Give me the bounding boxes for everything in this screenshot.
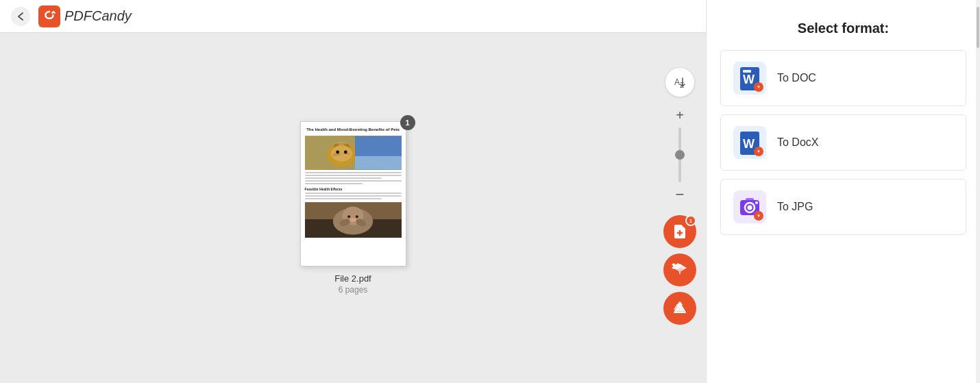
document-preview[interactable]: 1 The Health and Mood-Boosting Benefits … bbox=[300, 121, 406, 295]
svg-point-9 bbox=[330, 145, 352, 161]
add-file-button[interactable]: 1 bbox=[663, 215, 696, 248]
svg-point-11 bbox=[343, 150, 347, 153]
svg-text:W: W bbox=[743, 73, 755, 86]
action-buttons: 1 bbox=[663, 215, 696, 325]
zoom-slider[interactable] bbox=[678, 127, 681, 182]
svg-text:A: A bbox=[674, 77, 680, 87]
doc-text-lines-2 bbox=[305, 193, 402, 199]
svg-point-40 bbox=[755, 201, 758, 204]
logo-text: PDFCandy bbox=[64, 8, 132, 24]
jpg-icon-wrap bbox=[733, 190, 766, 223]
scrollbar-track[interactable] bbox=[976, 0, 980, 383]
right-panel: Select format: W To DOC W To DocX bbox=[706, 0, 980, 383]
docx-download-arrow bbox=[754, 147, 763, 156]
doc-text-lines bbox=[305, 172, 402, 184]
logo-icon bbox=[38, 5, 60, 27]
doc-label: To DOC bbox=[777, 72, 816, 84]
right-toolbar: A Z + − bbox=[663, 67, 696, 325]
doc-icon-wrap: W bbox=[733, 62, 766, 95]
docx-icon-wrap: W bbox=[733, 126, 766, 159]
cat-image bbox=[305, 136, 402, 170]
doc-subtitle: Feasible Health Effects bbox=[305, 187, 402, 191]
svg-point-25 bbox=[350, 218, 356, 222]
dropbox-button[interactable] bbox=[663, 254, 696, 286]
svg-text:W: W bbox=[743, 137, 755, 151]
svg-point-23 bbox=[347, 215, 350, 218]
format-option-jpg[interactable]: To JPG bbox=[720, 179, 966, 235]
content-area: 1 The Health and Mood-Boosting Benefits … bbox=[0, 33, 706, 383]
format-option-docx[interactable]: W To DocX bbox=[720, 114, 966, 171]
notification-badge: 1 bbox=[685, 215, 696, 226]
header: PDFCandy bbox=[0, 0, 706, 33]
zoom-control: + − bbox=[670, 106, 689, 204]
gdrive-button[interactable] bbox=[663, 292, 696, 325]
zoom-handle bbox=[675, 150, 685, 160]
zoom-out-button[interactable]: − bbox=[670, 185, 689, 204]
back-button[interactable] bbox=[11, 7, 30, 26]
doc-pages: 6 pages bbox=[339, 285, 368, 295]
scrollbar-handle[interactable] bbox=[977, 7, 979, 48]
doc-title: The Health and Mood-Boosting Benefits of… bbox=[305, 127, 402, 133]
jpg-label: To JPG bbox=[777, 201, 813, 213]
docx-label: To DocX bbox=[777, 136, 818, 149]
jpg-download-arrow bbox=[754, 211, 763, 221]
svg-point-38 bbox=[748, 206, 752, 210]
svg-rect-16 bbox=[354, 156, 401, 169]
svg-point-10 bbox=[336, 150, 339, 153]
sort-button[interactable]: A Z bbox=[665, 67, 695, 97]
svg-rect-39 bbox=[746, 198, 754, 201]
logo: PDFCandy bbox=[38, 5, 132, 27]
page-number-badge: 1 bbox=[400, 115, 415, 130]
document-thumbnail[interactable]: 1 The Health and Mood-Boosting Benefits … bbox=[300, 121, 406, 267]
left-panel: PDFCandy 1 The Health and Mood-Boosting … bbox=[0, 0, 706, 383]
doc-filename: File 2.pdf bbox=[334, 273, 371, 284]
select-format-title: Select format: bbox=[720, 21, 966, 36]
zoom-in-button[interactable]: + bbox=[670, 106, 689, 125]
doc-download-arrow bbox=[754, 82, 763, 92]
format-option-doc[interactable]: W To DOC bbox=[720, 50, 966, 106]
svg-point-24 bbox=[355, 215, 358, 218]
dog-image bbox=[305, 202, 402, 238]
